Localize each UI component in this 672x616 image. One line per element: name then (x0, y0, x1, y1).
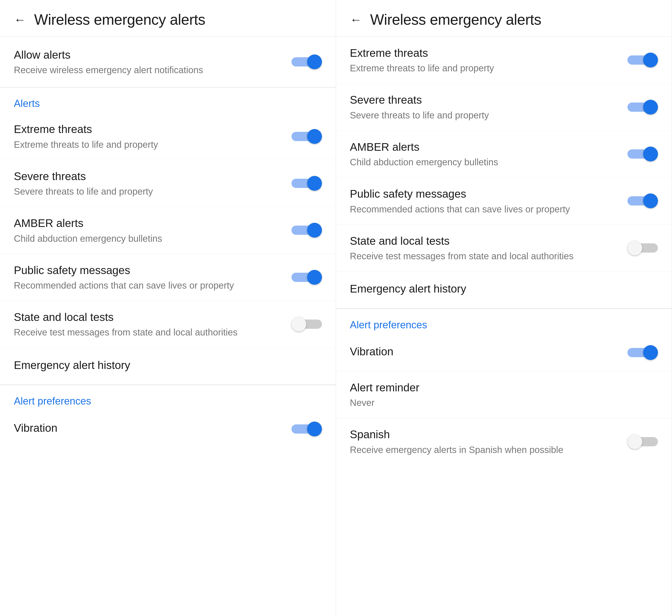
state-local-tests-title: State and local tests (14, 310, 282, 325)
r-alert-reminder-text: Alert reminder Never (350, 381, 658, 409)
emergency-history-setting[interactable]: Emergency alert history (0, 348, 336, 385)
r-amber-alerts-text: AMBER alerts Child abduction emergency b… (350, 140, 627, 168)
r-alert-reminder-subtitle: Never (350, 397, 649, 409)
extreme-threats-toggle-thumb (307, 129, 322, 144)
severe-threats-setting: Severe threats Severe threats to life an… (0, 160, 336, 207)
right-header: ← Wireless emergency alerts (336, 0, 672, 37)
r-amber-alerts-subtitle: Child abduction emergency bulletins (350, 156, 618, 168)
vibration-toggle[interactable] (291, 421, 322, 437)
r-vibration-toggle[interactable] (627, 344, 658, 361)
allow-alerts-subtitle: Receive wireless emergency alert notific… (14, 64, 282, 76)
amber-alerts-text: AMBER alerts Child abduction emergency b… (14, 216, 291, 244)
extreme-threats-text: Extreme threats Extreme threats to life … (14, 122, 291, 150)
r-severe-threats-title: Severe threats (350, 93, 618, 107)
r-amber-alerts-toggle[interactable] (627, 146, 658, 162)
emergency-history-text: Emergency alert history (14, 358, 322, 374)
severe-threats-toggle-thumb (307, 176, 322, 191)
r-extreme-threats-text: Extreme threats Extreme threats to life … (350, 46, 627, 74)
extreme-threats-title: Extreme threats (14, 122, 282, 136)
amber-alerts-subtitle: Child abduction emergency bulletins (14, 232, 282, 244)
alerts-section-header: Alerts (0, 87, 336, 113)
vibration-title: Vibration (14, 421, 282, 435)
public-safety-toggle-thumb (307, 270, 322, 285)
left-content: Allow alerts Receive wireless emergency … (0, 37, 336, 616)
r-state-local-tests-title: State and local tests (350, 234, 618, 248)
r-extreme-threats-toggle[interactable] (627, 52, 658, 68)
state-local-tests-setting: State and local tests Receive test messa… (0, 301, 336, 348)
severe-threats-title: Severe threats (14, 169, 282, 183)
public-safety-setting: Public safety messages Recommended actio… (0, 254, 336, 301)
r-emergency-history-text: Emergency alert history (350, 282, 658, 298)
r-preferences-section-header: Alert preferences (336, 309, 672, 334)
right-panel: ← Wireless emergency alerts Extreme thre… (336, 0, 672, 616)
r-extreme-threats-title: Extreme threats (350, 46, 618, 60)
r-public-safety-toggle-thumb (643, 193, 658, 208)
amber-alerts-title: AMBER alerts (14, 216, 282, 230)
r-amber-alerts-setting: AMBER alerts Child abduction emergency b… (336, 131, 672, 177)
r-alert-reminder-title: Alert reminder (350, 381, 649, 395)
extreme-threats-toggle[interactable] (291, 128, 322, 145)
public-safety-title: Public safety messages (14, 263, 282, 277)
r-severe-threats-toggle[interactable] (627, 99, 658, 115)
r-state-local-tests-toggle-thumb (627, 240, 642, 255)
right-back-button[interactable]: ← (350, 14, 362, 26)
r-extreme-threats-toggle-thumb (643, 53, 658, 67)
allow-alerts-setting: Allow alerts Receive wireless emergency … (0, 37, 336, 87)
allow-alerts-text: Allow alerts Receive wireless emergency … (14, 48, 291, 76)
r-public-safety-text: Public safety messages Recommended actio… (350, 187, 627, 215)
severe-threats-toggle[interactable] (291, 175, 322, 192)
r-amber-alerts-title: AMBER alerts (350, 140, 618, 154)
r-alert-reminder-setting[interactable]: Alert reminder Never (336, 371, 672, 418)
r-public-safety-toggle[interactable] (627, 192, 658, 209)
r-severe-threats-subtitle: Severe threats to life and property (350, 109, 618, 121)
r-spanish-subtitle: Receive emergency alerts in Spanish when… (350, 444, 618, 456)
amber-alerts-toggle-thumb (307, 223, 322, 237)
r-public-safety-subtitle: Recommended actions that can save lives … (350, 203, 618, 215)
amber-alerts-toggle[interactable] (291, 222, 322, 238)
r-spanish-text: Spanish Receive emergency alerts in Span… (350, 427, 627, 456)
vibration-text: Vibration (14, 421, 291, 437)
left-page-title: Wireless emergency alerts (34, 11, 205, 28)
allow-alerts-toggle[interactable] (291, 54, 322, 70)
severe-threats-text: Severe threats Severe threats to life an… (14, 169, 291, 197)
vibration-toggle-thumb (307, 422, 322, 436)
r-spanish-title: Spanish (350, 427, 618, 442)
r-emergency-history-setting[interactable]: Emergency alert history (336, 271, 672, 309)
left-panel: ← Wireless emergency alerts Allow alerts… (0, 0, 336, 616)
state-local-tests-toggle-thumb (291, 317, 306, 332)
extreme-threats-setting: Extreme threats Extreme threats to life … (0, 113, 336, 160)
r-severe-threats-text: Severe threats Severe threats to life an… (350, 93, 627, 121)
r-state-local-tests-setting: State and local tests Receive test messa… (336, 225, 672, 271)
r-spanish-toggle[interactable] (627, 433, 658, 450)
r-extreme-threats-subtitle: Extreme threats to life and property (350, 62, 618, 74)
r-amber-alerts-toggle-thumb (643, 147, 658, 161)
right-content: Extreme threats Extreme threats to life … (336, 37, 672, 616)
extreme-threats-subtitle: Extreme threats to life and property (14, 138, 282, 150)
allow-alerts-title: Allow alerts (14, 48, 282, 62)
state-local-tests-toggle[interactable] (291, 316, 322, 333)
r-severe-threats-setting: Severe threats Severe threats to life an… (336, 84, 672, 130)
public-safety-toggle[interactable] (291, 269, 322, 285)
r-state-local-tests-toggle[interactable] (627, 240, 658, 256)
r-extreme-threats-setting: Extreme threats Extreme threats to life … (336, 37, 672, 84)
r-state-local-tests-subtitle: Receive test messages from state and loc… (350, 250, 618, 262)
amber-alerts-setting: AMBER alerts Child abduction emergency b… (0, 207, 336, 254)
public-safety-subtitle: Recommended actions that can save lives … (14, 279, 282, 291)
left-header: ← Wireless emergency alerts (0, 0, 336, 37)
r-vibration-title: Vibration (350, 345, 618, 359)
severe-threats-subtitle: Severe threats to life and property (14, 185, 282, 197)
r-vibration-text: Vibration (350, 345, 627, 361)
state-local-tests-subtitle: Receive test messages from state and loc… (14, 326, 282, 338)
allow-alerts-toggle-thumb (307, 54, 322, 69)
right-page-title: Wireless emergency alerts (370, 11, 541, 28)
r-public-safety-setting: Public safety messages Recommended actio… (336, 177, 672, 224)
r-public-safety-title: Public safety messages (350, 187, 618, 201)
r-vibration-toggle-thumb (643, 345, 658, 360)
vibration-setting: Vibration (0, 411, 336, 448)
r-emergency-history-title: Emergency alert history (350, 282, 649, 296)
public-safety-text: Public safety messages Recommended actio… (14, 263, 291, 291)
state-local-tests-text: State and local tests Receive test messa… (14, 310, 291, 338)
left-back-button[interactable]: ← (14, 14, 26, 26)
r-severe-threats-toggle-thumb (643, 100, 658, 114)
r-vibration-setting: Vibration (336, 334, 672, 371)
